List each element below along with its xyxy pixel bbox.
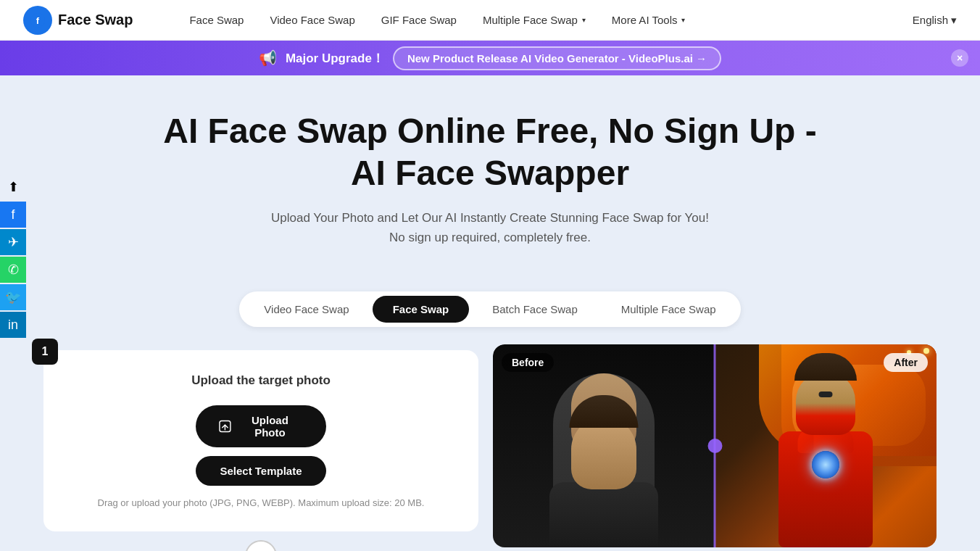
navbar: f Face Swap Face Swap Video Face Swap GI… bbox=[0, 0, 980, 41]
nav-links: Face Swap Video Face Swap GIF Face Swap … bbox=[176, 14, 912, 26]
tabs-container: Video Face Swap Face Swap Batch Face Swa… bbox=[0, 291, 980, 327]
banner-link-button[interactable]: New Product Release AI Video Generator -… bbox=[393, 46, 721, 70]
svg-text:f: f bbox=[36, 15, 40, 26]
megaphone-icon: 📢 bbox=[259, 49, 277, 67]
upload-icon bbox=[219, 420, 231, 433]
tab-multiple-face-swap[interactable]: Multiple Face Swap bbox=[601, 296, 736, 323]
nav-gif-face-swap[interactable]: GIF Face Swap bbox=[368, 14, 470, 26]
after-label: After bbox=[884, 353, 928, 372]
upload-photo-button[interactable]: Upload Photo bbox=[196, 405, 326, 447]
tab-face-swap[interactable]: Face Swap bbox=[373, 296, 470, 323]
linkedin-button[interactable]: in bbox=[0, 312, 26, 338]
before-after-container: Before After bbox=[493, 344, 937, 547]
chevron-down-icon: ▾ bbox=[681, 16, 685, 24]
telegram-button[interactable]: ✈ bbox=[0, 229, 26, 255]
announcement-banner: 📢 Major Upgrade！ New Product Release AI … bbox=[0, 41, 980, 75]
before-label: Before bbox=[502, 353, 554, 372]
upload-panel: 1 Upload the target photo Upload Photo S… bbox=[43, 350, 478, 531]
nav-multiple-face-swap[interactable]: Multiple Face Swap ▾ bbox=[470, 14, 599, 26]
hero-title: AI Face Swap Online Free, No Sign Up - A… bbox=[14, 110, 966, 194]
swap-arrows-icon: ⇅ bbox=[245, 540, 277, 551]
tab-video-face-swap[interactable]: Video Face Swap bbox=[244, 296, 369, 323]
banner-close-button[interactable]: × bbox=[951, 49, 968, 67]
whatsapp-button[interactable]: ✆ bbox=[0, 257, 26, 283]
chevron-down-icon: ▾ bbox=[951, 14, 957, 27]
preview-panel: Before After bbox=[493, 344, 937, 551]
panel-title: Upload the target photo bbox=[191, 373, 331, 388]
banner-prefix: Major Upgrade！ bbox=[286, 50, 384, 67]
nav-face-swap[interactable]: Face Swap bbox=[176, 14, 257, 26]
nav-video-face-swap[interactable]: Video Face Swap bbox=[257, 14, 368, 26]
twitter-button[interactable]: 🐦 bbox=[0, 284, 26, 310]
swap-icon-container: ⇅ bbox=[245, 531, 277, 551]
logo-icon: f bbox=[23, 6, 52, 35]
tab-batch-face-swap[interactable]: Batch Face Swap bbox=[472, 296, 598, 323]
brand-logo[interactable]: f Face Swap bbox=[23, 6, 133, 35]
sidebar-social: ⬆ f ✈ ✆ 🐦 in bbox=[0, 174, 26, 338]
chevron-down-icon: ▾ bbox=[582, 16, 586, 24]
before-side bbox=[493, 344, 715, 547]
language-selector[interactable]: English ▾ bbox=[913, 14, 957, 27]
nav-more-ai-tools[interactable]: More AI Tools ▾ bbox=[599, 14, 699, 26]
upload-hint: Drag or upload your photo (JPG, PNG, WEB… bbox=[98, 497, 425, 508]
nav-right: English ▾ bbox=[913, 14, 957, 27]
tabs: Video Face Swap Face Swap Batch Face Swa… bbox=[239, 291, 740, 327]
facebook-button[interactable]: f bbox=[0, 202, 26, 228]
step-badge-1: 1 bbox=[32, 339, 58, 365]
before-after-divider bbox=[714, 344, 716, 547]
divider-handle[interactable] bbox=[707, 439, 722, 453]
share-button[interactable]: ⬆ bbox=[0, 174, 26, 200]
after-side bbox=[715, 344, 937, 547]
hero-subtitle: Upload Your Photo and Let Our AI Instant… bbox=[14, 208, 966, 247]
select-template-button[interactable]: Select Template bbox=[196, 456, 326, 486]
brand-name: Face Swap bbox=[58, 12, 133, 28]
hero-section: AI Face Swap Online Free, No Sign Up - A… bbox=[0, 75, 980, 271]
main-content: 1 Upload the target photo Upload Photo S… bbox=[0, 344, 980, 551]
